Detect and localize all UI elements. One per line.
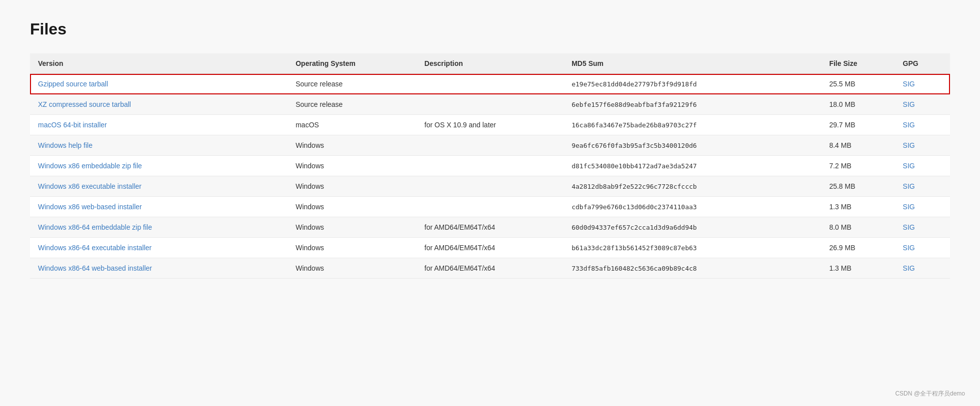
sig-link[interactable]: SIG [903, 264, 915, 272]
gpg-cell[interactable]: SIG [895, 115, 950, 135]
version-link[interactable]: Windows help file [38, 141, 92, 149]
version-link[interactable]: macOS 64-bit installer [38, 121, 107, 129]
size-cell: 8.0 MB [821, 217, 894, 238]
size-cell: 7.2 MB [821, 156, 894, 176]
table-row: Windows x86-64 embeddable zip fileWindow… [30, 217, 950, 238]
version-link[interactable]: Windows x86-64 embeddable zip file [38, 223, 152, 231]
version-cell[interactable]: Windows x86-64 web-based installer [30, 258, 288, 279]
md5-cell: 9ea6fc676f0fa3b95af3c5b3400120d6 [564, 135, 821, 156]
version-link[interactable]: Windows x86 web-based installer [38, 203, 142, 211]
gpg-cell[interactable]: SIG [895, 238, 950, 258]
version-cell[interactable]: Windows x86-64 executable installer [30, 238, 288, 258]
version-link[interactable]: Windows x86-64 web-based installer [38, 264, 152, 272]
table-row: Windows x86-64 executable installerWindo… [30, 238, 950, 258]
col-header-description: Description [416, 53, 564, 74]
description-cell: for AMD64/EM64T/x64 [416, 258, 564, 279]
col-header-version: Version [30, 53, 288, 74]
description-cell [416, 94, 564, 115]
os-cell: Source release [288, 74, 416, 94]
md5-cell: 16ca86fa3467e75bade26b8a9703c27f [564, 115, 821, 135]
description-cell [416, 135, 564, 156]
version-cell[interactable]: Gzipped source tarball [30, 74, 288, 94]
size-cell: 29.7 MB [821, 115, 894, 135]
md5-cell: cdbfa799e6760c13d06d0c2374110aa3 [564, 197, 821, 217]
gpg-cell[interactable]: SIG [895, 176, 950, 197]
gpg-cell[interactable]: SIG [895, 94, 950, 115]
sig-link[interactable]: SIG [903, 80, 915, 88]
description-cell [416, 197, 564, 217]
gpg-cell[interactable]: SIG [895, 197, 950, 217]
col-header-gpg: GPG [895, 53, 950, 74]
files-table: Version Operating System Description MD5… [30, 53, 950, 279]
sig-link[interactable]: SIG [903, 223, 915, 231]
sig-link[interactable]: SIG [903, 162, 915, 170]
size-cell: 26.9 MB [821, 238, 894, 258]
description-cell: for AMD64/EM64T/x64 [416, 238, 564, 258]
os-cell: Windows [288, 197, 416, 217]
md5-cell: d81fc534080e10bb4172ad7ae3da5247 [564, 156, 821, 176]
os-cell: macOS [288, 115, 416, 135]
sig-link[interactable]: SIG [903, 100, 915, 108]
table-body: Gzipped source tarballSource releasee19e… [30, 74, 950, 279]
os-cell: Windows [288, 258, 416, 279]
col-header-size: File Size [821, 53, 894, 74]
description-cell [416, 156, 564, 176]
os-cell: Source release [288, 94, 416, 115]
table-header-row: Version Operating System Description MD5… [30, 53, 950, 74]
os-cell: Windows [288, 217, 416, 238]
table-row: Gzipped source tarballSource releasee19e… [30, 74, 950, 94]
table-row: Windows x86 web-based installerWindowscd… [30, 197, 950, 217]
gpg-cell[interactable]: SIG [895, 258, 950, 279]
description-cell [416, 176, 564, 197]
page-title: Files [30, 20, 950, 38]
md5-cell: 733df85afb160482c5636ca09b89c4c8 [564, 258, 821, 279]
description-cell [416, 74, 564, 94]
gpg-cell[interactable]: SIG [895, 156, 950, 176]
description-cell: for AMD64/EM64T/x64 [416, 217, 564, 238]
os-cell: Windows [288, 156, 416, 176]
table-row: XZ compressed source tarballSource relea… [30, 94, 950, 115]
gpg-cell[interactable]: SIG [895, 74, 950, 94]
sig-link[interactable]: SIG [903, 141, 915, 149]
md5-cell: 4a2812db8ab9f2e522c96c7728cfcccb [564, 176, 821, 197]
size-cell: 1.3 MB [821, 197, 894, 217]
col-header-os: Operating System [288, 53, 416, 74]
version-link[interactable]: XZ compressed source tarball [38, 100, 131, 108]
table-row: Windows x86 executable installerWindows4… [30, 176, 950, 197]
os-cell: Windows [288, 176, 416, 197]
size-cell: 18.0 MB [821, 94, 894, 115]
md5-cell: b61a33dc28f13b561452f3089c87eb63 [564, 238, 821, 258]
sig-link[interactable]: SIG [903, 182, 915, 190]
os-cell: Windows [288, 135, 416, 156]
version-cell[interactable]: XZ compressed source tarball [30, 94, 288, 115]
version-cell[interactable]: Windows x86 executable installer [30, 176, 288, 197]
os-cell: Windows [288, 238, 416, 258]
gpg-cell[interactable]: SIG [895, 135, 950, 156]
table-row: macOS 64-bit installermacOSfor OS X 10.9… [30, 115, 950, 135]
version-link[interactable]: Windows x86-64 executable installer [38, 244, 152, 252]
version-cell[interactable]: Windows help file [30, 135, 288, 156]
version-link[interactable]: Windows x86 executable installer [38, 182, 142, 190]
table-row: Windows help fileWindows9ea6fc676f0fa3b9… [30, 135, 950, 156]
sig-link[interactable]: SIG [903, 121, 915, 129]
md5-cell: 60d0d94337ef657c2cca1d3d9a6dd94b [564, 217, 821, 238]
version-cell[interactable]: Windows x86 web-based installer [30, 197, 288, 217]
version-link[interactable]: Windows x86 embeddable zip file [38, 162, 142, 170]
description-cell: for OS X 10.9 and later [416, 115, 564, 135]
version-link[interactable]: Gzipped source tarball [38, 80, 108, 88]
footer-watermark: CSDN @全干程序员demo [895, 390, 965, 398]
col-header-md5: MD5 Sum [564, 53, 821, 74]
size-cell: 25.5 MB [821, 74, 894, 94]
sig-link[interactable]: SIG [903, 203, 915, 211]
table-row: Windows x86 embeddable zip fileWindowsd8… [30, 156, 950, 176]
size-cell: 8.4 MB [821, 135, 894, 156]
md5-cell: e19e75ec81dd04de27797bf3f9d918fd [564, 74, 821, 94]
version-cell[interactable]: macOS 64-bit installer [30, 115, 288, 135]
size-cell: 1.3 MB [821, 258, 894, 279]
sig-link[interactable]: SIG [903, 244, 915, 252]
md5-cell: 6ebfe157f6e88d9eabfbaf3fa92129f6 [564, 94, 821, 115]
gpg-cell[interactable]: SIG [895, 217, 950, 238]
version-cell[interactable]: Windows x86 embeddable zip file [30, 156, 288, 176]
version-cell[interactable]: Windows x86-64 embeddable zip file [30, 217, 288, 238]
page-container: Files Version Operating System Descripti… [0, 0, 980, 299]
